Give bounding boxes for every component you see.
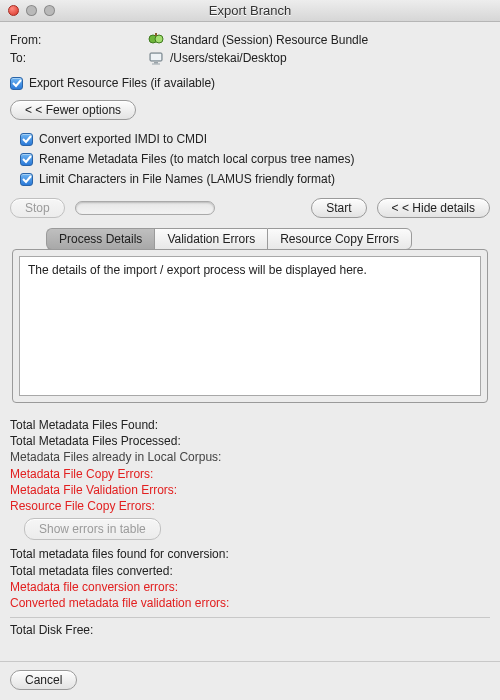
stat-total-found: Total Metadata Files Found: [10, 417, 490, 433]
desktop-icon [148, 50, 164, 66]
tab-process-details[interactable]: Process Details [46, 228, 154, 250]
options-group: Convert exported IMDI to CMDI Rename Met… [10, 120, 490, 190]
to-icon-cell [60, 50, 170, 66]
stat-converted-validation-errors: Converted metadata file validation error… [10, 595, 490, 611]
to-value: /Users/stekai/Desktop [170, 51, 287, 65]
stat-disk-free: Total Disk Free: [10, 622, 490, 638]
footer: Cancel [0, 661, 500, 700]
stats-block: Total Metadata Files Found: Total Metada… [10, 417, 490, 638]
export-resource-files-label: Export Resource Files (if available) [29, 76, 215, 90]
minimize-window-icon [26, 5, 37, 16]
checkmark-icon [20, 153, 33, 166]
tab-resource-copy-errors[interactable]: Resource Copy Errors [267, 228, 412, 250]
checkmark-icon [20, 173, 33, 186]
svg-rect-5 [154, 62, 158, 64]
to-label: To: [10, 51, 60, 65]
progress-bar [75, 201, 215, 215]
stat-conversion-found: Total metadata files found for conversio… [10, 546, 490, 562]
start-button[interactable]: Start [311, 198, 366, 218]
stat-already-in-corpus: Metadata Files already in Local Corpus: [10, 449, 490, 465]
rename-metadata-label: Rename Metadata Files (to match local co… [39, 152, 354, 166]
checkmark-icon [20, 133, 33, 146]
process-details-textarea[interactable]: The details of the import / export proce… [19, 256, 481, 396]
bundle-icon [148, 32, 164, 48]
limit-chars-checkbox[interactable]: Limit Characters in File Names (LAMUS fr… [20, 172, 490, 186]
fewer-options-button[interactable]: < < Fewer options [10, 100, 136, 120]
stat-resource-copy-errors: Resource File Copy Errors: [10, 498, 490, 514]
titlebar: Export Branch [0, 0, 500, 22]
checkmark-icon [10, 77, 23, 90]
window-body: From: Standard (Session) Resource Bundle… [0, 22, 500, 638]
from-label: From: [10, 33, 60, 47]
stat-total-processed: Total Metadata Files Processed: [10, 433, 490, 449]
stat-conversion-errors: Metadata file conversion errors: [10, 579, 490, 595]
divider [10, 617, 490, 618]
svg-point-1 [155, 35, 163, 43]
action-row: Stop Start < < Hide details [10, 198, 490, 218]
zoom-window-icon [44, 5, 55, 16]
export-resource-files-checkbox[interactable]: Export Resource Files (if available) [10, 76, 490, 90]
window-controls [0, 5, 55, 16]
svg-rect-4 [151, 54, 161, 60]
stat-validation-errors: Metadata File Validation Errors: [10, 482, 490, 498]
rename-metadata-checkbox[interactable]: Rename Metadata Files (to match local co… [20, 152, 490, 166]
stat-copy-errors: Metadata File Copy Errors: [10, 466, 490, 482]
limit-chars-label: Limit Characters in File Names (LAMUS fr… [39, 172, 335, 186]
svg-rect-6 [152, 64, 160, 65]
tab-bar: Process Details Validation Errors Resour… [46, 228, 480, 250]
stat-conversion-converted: Total metadata files converted: [10, 563, 490, 579]
from-value: Standard (Session) Resource Bundle [170, 33, 368, 47]
window-title: Export Branch [0, 3, 500, 18]
close-window-icon[interactable] [8, 5, 19, 16]
convert-cmdi-checkbox[interactable]: Convert exported IMDI to CMDI [20, 132, 490, 146]
from-icon-cell [60, 32, 170, 48]
show-errors-button[interactable]: Show errors in table [24, 518, 161, 540]
svg-rect-2 [155, 33, 157, 36]
hide-details-button[interactable]: < < Hide details [377, 198, 490, 218]
convert-cmdi-label: Convert exported IMDI to CMDI [39, 132, 207, 146]
tab-body: The details of the import / export proce… [12, 249, 488, 403]
tab-validation-errors[interactable]: Validation Errors [154, 228, 267, 250]
from-row: From: Standard (Session) Resource Bundle [10, 32, 490, 48]
stop-button[interactable]: Stop [10, 198, 65, 218]
to-row: To: /Users/stekai/Desktop [10, 50, 490, 66]
cancel-button[interactable]: Cancel [10, 670, 77, 690]
